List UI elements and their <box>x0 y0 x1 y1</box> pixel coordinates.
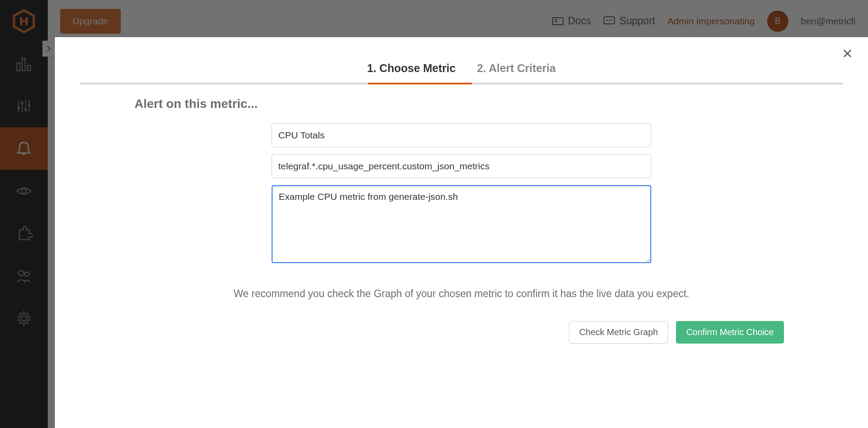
check-metric-graph-button[interactable]: Check Metric Graph <box>569 321 668 344</box>
section-title: Alert on this metric... <box>134 97 788 111</box>
step-progress-bar <box>80 83 843 84</box>
create-alert-modal: ✕ 1. Choose Metric 2. Alert Criteria Ale… <box>55 37 868 428</box>
metric-description-textarea[interactable] <box>272 185 651 263</box>
metric-name-input[interactable] <box>272 123 651 147</box>
modal-close-button[interactable]: ✕ <box>842 46 853 61</box>
confirm-metric-choice-button[interactable]: Confirm Metric Choice <box>676 321 784 344</box>
recommend-text: We recommend you check the Graph of your… <box>134 288 788 300</box>
step-alert-criteria[interactable]: 2. Alert Criteria <box>475 57 557 83</box>
step-progress-indicator <box>368 83 472 84</box>
metric-form <box>272 123 651 263</box>
modal-steps: 1. Choose Metric 2. Alert Criteria <box>55 37 868 83</box>
step-choose-metric[interactable]: 1. Choose Metric <box>365 57 457 83</box>
metric-path-input[interactable] <box>272 154 651 178</box>
modal-body: Alert on this metric... We recommend you… <box>55 84 868 361</box>
modal-button-row: Check Metric Graph Confirm Metric Choice <box>134 321 788 344</box>
